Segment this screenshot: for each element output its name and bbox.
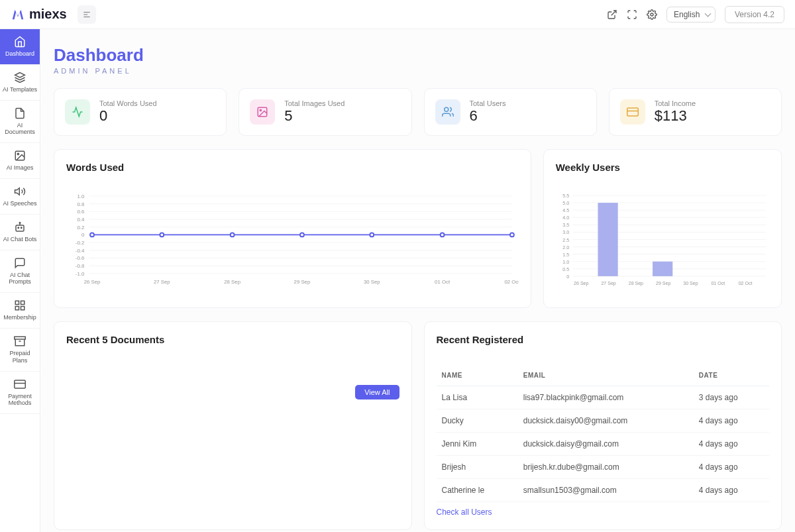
col-name: NAME (437, 365, 518, 386)
sidebar-item-speeches[interactable]: AI Speeches (0, 179, 40, 215)
svg-text:29 Sep: 29 Sep (294, 279, 311, 285)
svg-point-7 (17, 153, 19, 154)
stat-label: Total Images Used (284, 99, 344, 107)
svg-text:5.5: 5.5 (562, 193, 569, 198)
svg-text:5.0: 5.0 (562, 201, 569, 205)
view-all-button[interactable]: View All (355, 385, 399, 399)
sidebar-item-payments[interactable]: Payment Methods (0, 372, 40, 415)
svg-text:-0.6: -0.6 (76, 255, 84, 261)
svg-text:0.5: 0.5 (562, 267, 569, 272)
version-button[interactable]: Version 4.2 (725, 6, 784, 23)
svg-text:0: 0 (81, 232, 85, 238)
page-subtitle: ADMIN PANEL (54, 67, 782, 75)
sidebar-item-templates[interactable]: AI Templates (0, 65, 40, 101)
table-row: La Lisalisa97.blackpink@gmail.com3 days … (437, 386, 770, 409)
svg-point-54 (441, 233, 445, 237)
col-email: EMAIL (518, 365, 694, 386)
svg-rect-15 (21, 301, 25, 304)
svg-text:26 Sep: 26 Sep (84, 279, 101, 285)
sidebar-item-prepaid[interactable]: Prepaid Plans (0, 329, 40, 372)
svg-text:4.0: 4.0 (562, 215, 569, 220)
card-title: Weekly Users (556, 162, 769, 173)
svg-text:0.8: 0.8 (77, 201, 84, 207)
language-select[interactable]: English (666, 7, 716, 23)
table-row: Jenni Kimducksick.daisy@gmail.com4 days … (437, 433, 770, 456)
brand-logo[interactable]: miexs (11, 7, 67, 22)
image-icon (14, 150, 26, 162)
svg-point-53 (370, 233, 374, 237)
menu-toggle-button[interactable] (78, 5, 96, 24)
svg-rect-87 (598, 203, 617, 276)
svg-rect-18 (15, 337, 26, 339)
card-icon (620, 99, 645, 125)
grid-icon (14, 299, 26, 311)
card-title: Recent 5 Documents (66, 334, 399, 345)
svg-text:3.0: 3.0 (562, 230, 569, 235)
table-row: Catherine lesmallsun1503@gmail.com4 days… (437, 479, 770, 502)
weekly-chart-card: Weekly Users 5.55.04.54.03.53.02.52.01.5… (543, 149, 782, 308)
home-icon (14, 36, 26, 48)
svg-text:30 Sep: 30 Sep (683, 281, 698, 286)
svg-rect-20 (15, 380, 26, 388)
svg-point-52 (300, 233, 304, 237)
stat-value: 5 (284, 107, 344, 125)
svg-point-11 (19, 222, 21, 223)
svg-text:02 Oct: 02 Oct (504, 279, 518, 285)
fullscreen-icon[interactable] (627, 9, 637, 20)
stat-label: Total Words Used (99, 99, 157, 107)
sidebar-item-dashboard[interactable]: Dashboard (0, 29, 40, 65)
svg-marker-5 (15, 72, 25, 78)
stat-value: 0 (99, 107, 157, 125)
archive-icon (14, 335, 26, 347)
sidebar-item-label: AI Documents (3, 122, 37, 136)
svg-rect-17 (15, 307, 19, 310)
svg-text:-0.4: -0.4 (76, 248, 85, 254)
file-icon (14, 107, 26, 119)
brand-text: miexs (29, 7, 67, 22)
card-title: Recent Registered (437, 334, 770, 345)
sidebar-item-chatbots[interactable]: AI Chat Bots (0, 215, 40, 250)
stat-images: Total Images Used 5 (238, 88, 411, 136)
stat-value: 6 (470, 107, 506, 125)
svg-text:28 Sep: 28 Sep (628, 281, 643, 286)
svg-point-50 (160, 233, 164, 237)
external-link-icon[interactable] (607, 9, 617, 20)
svg-text:30 Sep: 30 Sep (364, 279, 380, 285)
sidebar-item-label: AI Chat Bots (3, 236, 37, 243)
sidebar-item-label: Membership (3, 314, 36, 321)
svg-text:27 Sep: 27 Sep (154, 279, 170, 285)
recent-registered-card: Recent Registered NAME EMAIL DATE La Lis… (424, 321, 782, 530)
table-row: Brijeshbrijesh.kr.dube@gmail.com4 days a… (437, 456, 770, 479)
svg-marker-8 (15, 188, 20, 195)
sidebar-item-label: Dashboard (5, 50, 34, 58)
words-line-chart: 1.00.80.60.40.20-0.2-0.4-0.6-0.8-1.0 26 … (66, 193, 519, 290)
sidebar-item-images[interactable]: AI Images (0, 143, 40, 179)
svg-text:1.0: 1.0 (562, 260, 569, 264)
topbar: miexs English Version 4.2 (0, 0, 795, 29)
activity-icon (65, 99, 90, 125)
gear-icon[interactable] (647, 9, 657, 20)
card-title: Words Used (66, 162, 519, 173)
sidebar-item-membership[interactable]: Membership (0, 293, 40, 329)
sidebar-item-label: Prepaid Plans (3, 350, 37, 364)
svg-point-12 (18, 227, 19, 229)
topbar-actions: English Version 4.2 (607, 6, 784, 23)
layers-icon (14, 72, 26, 83)
svg-text:-1.0: -1.0 (76, 271, 85, 277)
svg-text:2.5: 2.5 (562, 238, 569, 242)
check-all-users-link[interactable]: Check all Users (437, 507, 492, 517)
svg-text:0.4: 0.4 (77, 217, 85, 223)
main-content: Dashboard ADMIN PANEL Total Words Used 0… (40, 29, 795, 532)
svg-rect-14 (15, 301, 19, 304)
sidebar-item-prompts[interactable]: AI Chat Prompts (0, 250, 40, 293)
svg-text:0.6: 0.6 (77, 209, 84, 215)
svg-rect-25 (627, 108, 639, 116)
stat-income: Total Income $113 (609, 88, 782, 136)
svg-text:4.5: 4.5 (562, 208, 569, 213)
users-table: NAME EMAIL DATE La Lisalisa97.blackpink@… (437, 365, 770, 502)
page-title: Dashboard (54, 45, 782, 66)
sidebar-item-documents[interactable]: AI Documents (0, 101, 40, 144)
svg-point-49 (90, 233, 94, 237)
svg-text:02 Oct: 02 Oct (738, 281, 752, 286)
svg-text:29 Sep: 29 Sep (656, 281, 670, 286)
